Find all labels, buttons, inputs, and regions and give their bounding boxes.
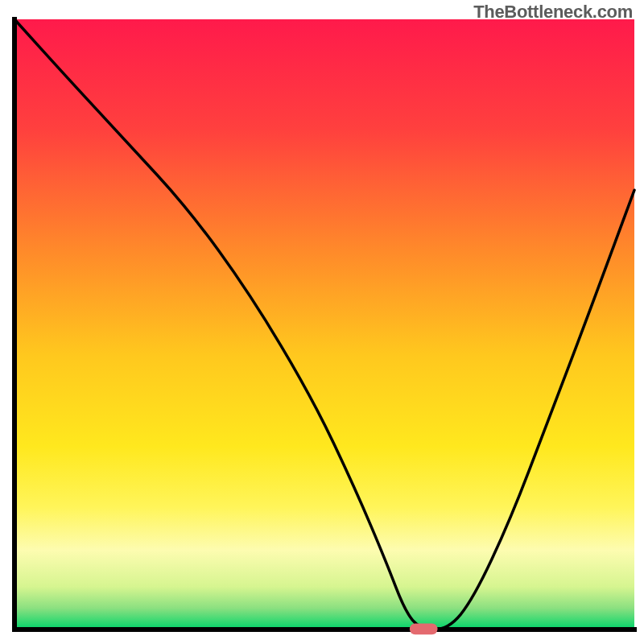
bottleneck-chart	[0, 0, 644, 644]
optimal-marker	[410, 623, 438, 634]
chart-frame: TheBottleneck.com	[0, 0, 644, 644]
plot-background	[14, 19, 634, 630]
